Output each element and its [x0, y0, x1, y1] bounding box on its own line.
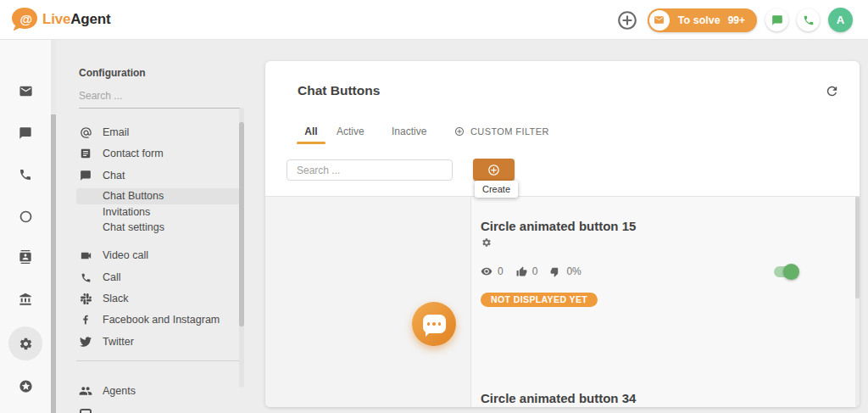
tab-active[interactable]: Active — [337, 122, 364, 141]
preview-column — [265, 196, 471, 407]
sidebar-item-video-call[interactable]: Video call — [79, 245, 240, 265]
sidebar-item-slack[interactable]: Slack — [79, 288, 240, 309]
sidebar-item-facebook-instagram[interactable]: Facebook and Instagram — [79, 310, 240, 330]
sidebar-item-label: Agents — [103, 385, 136, 397]
tab-inactive[interactable]: Inactive — [392, 122, 426, 141]
create-tooltip: Create — [475, 181, 518, 198]
sidebar-item-partial-icon — [80, 409, 92, 413]
gear-icon — [19, 337, 33, 351]
calls-status-button[interactable] — [797, 8, 820, 31]
contacts-icon — [19, 250, 32, 264]
row-stats: 0 0 0% — [481, 265, 594, 277]
toggle-knob[interactable] — [783, 264, 799, 280]
list-search-input[interactable] — [287, 159, 453, 181]
thumbs-down-icon — [550, 266, 561, 277]
custom-filter-label: CUSTOM FILTER — [470, 126, 549, 137]
video-camera-icon — [79, 249, 92, 262]
sidebar-item-agents[interactable]: Agents — [79, 381, 240, 401]
to-solve-label: To solve — [678, 14, 721, 26]
sidebar-item-invitations[interactable]: Invitations — [76, 204, 240, 220]
chat-icon — [79, 170, 92, 181]
sidebar-item-label: Facebook and Instagram — [103, 314, 220, 326]
user-avatar[interactable]: A — [828, 8, 853, 32]
sidebar-item-label: Slack — [103, 293, 129, 304]
logo-bubble-icon: @ — [10, 7, 39, 32]
views-icon — [481, 265, 492, 277]
chat-buttons-panel: Chat Buttons All Active Inactive CUSTOM … — [265, 61, 860, 407]
thumbs-up-icon — [516, 266, 527, 277]
chat-button-preview — [412, 302, 456, 346]
page-title: Chat Buttons — [298, 83, 380, 98]
custom-filter-button[interactable]: CUSTOM FILTER — [454, 122, 549, 141]
sidebar-item-label: Call — [103, 271, 121, 283]
mail-icon — [19, 84, 33, 98]
rail-getting-started-button[interactable] — [8, 369, 42, 403]
sidebar-item-label: Contact form — [103, 148, 164, 159]
list-scrollbar-thumb[interactable] — [855, 197, 860, 299]
sidebar-item-email[interactable]: Email — [79, 122, 240, 142]
form-icon — [79, 148, 92, 159]
likes-count: 0 — [532, 265, 538, 277]
phone-icon — [19, 168, 32, 181]
filter-tabs: All Active Inactive CUSTOM FILTER — [265, 122, 860, 141]
sidebar-item-chat-buttons[interactable]: Chat Buttons — [76, 188, 240, 204]
row-title: Circle animated button 34 — [481, 391, 636, 405]
liveagent-logo: @ LiveAgent — [10, 7, 110, 32]
status-badge: NOT DISPLAYED YET — [481, 293, 598, 307]
sidebar-search-input[interactable] — [79, 87, 240, 109]
chat-bubble-icon — [771, 14, 783, 26]
rail-contacts-button[interactable] — [8, 240, 42, 274]
to-solve-count: 99+ — [728, 14, 745, 26]
bank-icon — [19, 293, 32, 306]
svg-text:@: @ — [20, 12, 33, 26]
phone-icon — [803, 14, 815, 26]
sidebar-item-label: Chat — [103, 170, 125, 181]
to-solve-button[interactable]: To solve 99+ — [648, 8, 757, 32]
add-new-button[interactable] — [616, 8, 639, 31]
refresh-icon — [825, 84, 839, 98]
top-bar: @ LiveAgent To solve 99+ A — [0, 0, 868, 40]
chat-icon — [19, 126, 32, 140]
sidebar-item-chat-settings[interactable]: Chat settings — [76, 220, 240, 236]
plus-circle-icon — [454, 126, 465, 137]
icon-rail — [0, 40, 51, 413]
views-count: 0 — [498, 265, 504, 277]
at-icon — [79, 126, 92, 139]
sidebar-item-label: Email — [103, 126, 129, 138]
chat-buttons-list: Circle animated button 15 0 0 0% NOT DIS… — [265, 196, 860, 407]
sidebar-item-call[interactable]: Call — [79, 267, 240, 287]
rail-tickets-button[interactable] — [8, 74, 42, 108]
plus-circle-icon — [487, 164, 500, 176]
rail-calls-button[interactable] — [8, 158, 42, 192]
star-circle-icon — [19, 379, 33, 393]
enabled-toggle[interactable] — [774, 266, 797, 277]
envelope-icon — [649, 10, 670, 31]
dislike-percent: 0% — [566, 265, 581, 277]
rail-online-status-button[interactable] — [8, 199, 42, 233]
facebook-icon — [79, 314, 92, 326]
rail-scrollbar-thumb[interactable] — [51, 114, 56, 413]
rail-scrollbar[interactable] — [51, 40, 56, 413]
row-settings-button[interactable] — [481, 237, 492, 248]
refresh-button[interactable] — [822, 81, 841, 100]
rail-chats-button[interactable] — [8, 116, 42, 150]
slack-icon — [79, 293, 92, 304]
rail-settings-button[interactable] — [8, 326, 42, 360]
sidebar-title: Configuration — [79, 67, 146, 79]
list-divider — [265, 196, 860, 197]
sidebar-item-label: Video call — [103, 249, 148, 261]
people-icon — [79, 384, 92, 398]
speech-bubble-icon — [423, 315, 446, 333]
rail-company-button[interactable] — [8, 282, 42, 316]
sidebar-scrollbar-thumb[interactable] — [239, 122, 244, 326]
row-title: Circle animated button 15 — [481, 219, 636, 233]
sidebar-item-twitter[interactable]: Twitter — [79, 332, 240, 352]
configuration-sidebar: Configuration Email Contact form Chat Ch… — [56, 40, 246, 413]
create-button[interactable] — [473, 159, 515, 181]
tab-all[interactable]: All — [297, 122, 326, 141]
sidebar-divider — [76, 360, 240, 361]
sidebar-item-contact-form[interactable]: Contact form — [79, 143, 240, 164]
logo-wordmark: LiveAgent — [42, 11, 110, 28]
sidebar-item-chat[interactable]: Chat — [79, 165, 240, 186]
chats-status-button[interactable] — [765, 8, 788, 31]
